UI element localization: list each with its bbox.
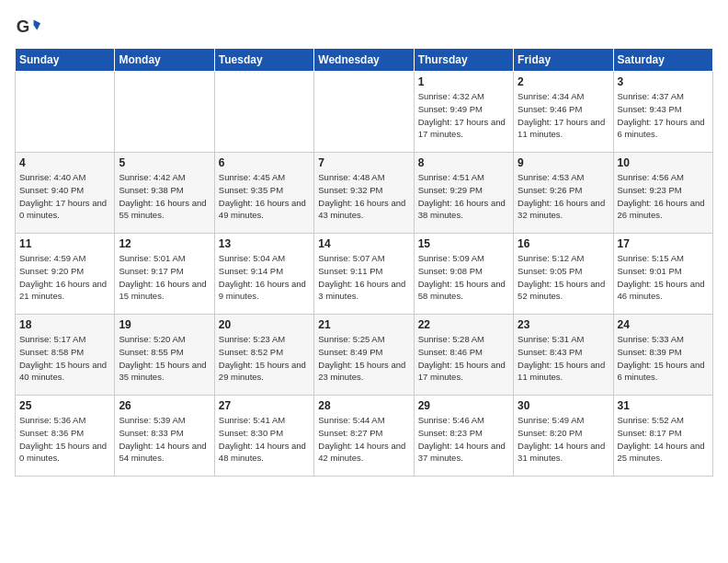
calendar-cell: 15Sunrise: 5:09 AM Sunset: 9:08 PM Dayli…	[414, 234, 513, 315]
day-number: 21	[318, 318, 409, 331]
day-number: 10	[618, 156, 709, 169]
day-number: 16	[518, 237, 609, 250]
day-info: Sunrise: 4:56 AM Sunset: 9:23 PM Dayligh…	[618, 171, 709, 222]
calendar-cell: 18Sunrise: 5:17 AM Sunset: 8:58 PM Dayli…	[16, 315, 115, 396]
calendar-cell: 2Sunrise: 4:34 AM Sunset: 9:46 PM Daylig…	[514, 72, 613, 153]
day-info: Sunrise: 5:28 AM Sunset: 8:46 PM Dayligh…	[418, 333, 509, 384]
day-info: Sunrise: 4:40 AM Sunset: 9:40 PM Dayligh…	[19, 171, 110, 222]
calendar-cell: 3Sunrise: 4:37 AM Sunset: 9:43 PM Daylig…	[613, 72, 712, 153]
day-number: 18	[19, 318, 110, 331]
day-number: 12	[119, 237, 210, 250]
day-header-saturday: Saturday	[613, 49, 712, 72]
day-number: 14	[318, 237, 409, 250]
day-number: 15	[418, 237, 509, 250]
day-number: 22	[418, 318, 509, 331]
logo: G	[15, 15, 44, 40]
day-header-wednesday: Wednesday	[314, 49, 414, 72]
calendar-cell: 9Sunrise: 4:53 AM Sunset: 9:26 PM Daylig…	[514, 153, 613, 234]
day-header-friday: Friday	[514, 49, 613, 72]
svg-marker-1	[34, 20, 40, 30]
calendar-cell: 19Sunrise: 5:20 AM Sunset: 8:55 PM Dayli…	[115, 315, 214, 396]
day-info: Sunrise: 5:49 AM Sunset: 8:20 PM Dayligh…	[518, 414, 609, 465]
svg-text:G: G	[17, 17, 30, 36]
calendar-cell: 21Sunrise: 5:25 AM Sunset: 8:49 PM Dayli…	[314, 315, 414, 396]
calendar-cell: 20Sunrise: 5:23 AM Sunset: 8:52 PM Dayli…	[214, 315, 313, 396]
day-info: Sunrise: 5:41 AM Sunset: 8:30 PM Dayligh…	[219, 414, 310, 465]
calendar-cell: 26Sunrise: 5:39 AM Sunset: 8:33 PM Dayli…	[115, 396, 214, 477]
calendar-cell: 23Sunrise: 5:31 AM Sunset: 8:43 PM Dayli…	[514, 315, 613, 396]
day-info: Sunrise: 5:44 AM Sunset: 8:27 PM Dayligh…	[318, 414, 409, 465]
day-info: Sunrise: 5:23 AM Sunset: 8:52 PM Dayligh…	[219, 333, 310, 384]
page-header: G	[15, 15, 713, 40]
day-info: Sunrise: 5:20 AM Sunset: 8:55 PM Dayligh…	[119, 333, 210, 384]
day-info: Sunrise: 5:09 AM Sunset: 9:08 PM Dayligh…	[418, 252, 509, 303]
day-info: Sunrise: 4:45 AM Sunset: 9:35 PM Dayligh…	[219, 171, 310, 222]
day-number: 30	[518, 399, 609, 412]
day-info: Sunrise: 4:48 AM Sunset: 9:32 PM Dayligh…	[318, 171, 409, 222]
day-header-thursday: Thursday	[414, 49, 513, 72]
calendar-cell: 11Sunrise: 4:59 AM Sunset: 9:20 PM Dayli…	[16, 234, 115, 315]
day-info: Sunrise: 4:42 AM Sunset: 9:38 PM Dayligh…	[119, 171, 210, 222]
day-number: 11	[19, 237, 110, 250]
day-number: 8	[418, 156, 509, 169]
calendar-week-4: 18Sunrise: 5:17 AM Sunset: 8:58 PM Dayli…	[16, 315, 713, 396]
day-info: Sunrise: 5:07 AM Sunset: 9:11 PM Dayligh…	[318, 252, 409, 303]
day-number: 9	[518, 156, 609, 169]
calendar-cell: 25Sunrise: 5:36 AM Sunset: 8:36 PM Dayli…	[16, 396, 115, 477]
calendar-cell: 30Sunrise: 5:49 AM Sunset: 8:20 PM Dayli…	[514, 396, 613, 477]
day-info: Sunrise: 5:17 AM Sunset: 8:58 PM Dayligh…	[19, 333, 110, 384]
day-info: Sunrise: 4:59 AM Sunset: 9:20 PM Dayligh…	[19, 252, 110, 303]
day-info: Sunrise: 4:51 AM Sunset: 9:29 PM Dayligh…	[418, 171, 509, 222]
day-number: 19	[119, 318, 210, 331]
calendar-week-3: 11Sunrise: 4:59 AM Sunset: 9:20 PM Dayli…	[16, 234, 713, 315]
calendar-cell: 7Sunrise: 4:48 AM Sunset: 9:32 PM Daylig…	[314, 153, 414, 234]
day-info: Sunrise: 4:37 AM Sunset: 9:43 PM Dayligh…	[618, 90, 709, 141]
day-info: Sunrise: 5:12 AM Sunset: 9:05 PM Dayligh…	[518, 252, 609, 303]
day-info: Sunrise: 5:39 AM Sunset: 8:33 PM Dayligh…	[119, 414, 210, 465]
day-number: 25	[19, 399, 110, 412]
calendar-week-2: 4Sunrise: 4:40 AM Sunset: 9:40 PM Daylig…	[16, 153, 713, 234]
day-info: Sunrise: 4:32 AM Sunset: 9:49 PM Dayligh…	[418, 90, 509, 141]
calendar-cell: 13Sunrise: 5:04 AM Sunset: 9:14 PM Dayli…	[214, 234, 313, 315]
day-number: 5	[119, 156, 210, 169]
day-number: 23	[518, 318, 609, 331]
calendar-table: SundayMondayTuesdayWednesdayThursdayFrid…	[15, 48, 713, 477]
calendar-header-row: SundayMondayTuesdayWednesdayThursdayFrid…	[16, 49, 713, 72]
day-info: Sunrise: 5:33 AM Sunset: 8:39 PM Dayligh…	[618, 333, 709, 384]
day-info: Sunrise: 5:36 AM Sunset: 8:36 PM Dayligh…	[19, 414, 110, 465]
day-header-tuesday: Tuesday	[214, 49, 313, 72]
day-info: Sunrise: 5:15 AM Sunset: 9:01 PM Dayligh…	[618, 252, 709, 303]
day-number: 13	[219, 237, 310, 250]
day-info: Sunrise: 5:31 AM Sunset: 8:43 PM Dayligh…	[518, 333, 609, 384]
calendar-cell: 1Sunrise: 4:32 AM Sunset: 9:49 PM Daylig…	[414, 72, 513, 153]
day-number: 24	[618, 318, 709, 331]
calendar-cell: 24Sunrise: 5:33 AM Sunset: 8:39 PM Dayli…	[613, 315, 712, 396]
calendar-cell: 17Sunrise: 5:15 AM Sunset: 9:01 PM Dayli…	[613, 234, 712, 315]
calendar-week-5: 25Sunrise: 5:36 AM Sunset: 8:36 PM Dayli…	[16, 396, 713, 477]
day-info: Sunrise: 4:34 AM Sunset: 9:46 PM Dayligh…	[518, 90, 609, 141]
day-number: 17	[618, 237, 709, 250]
calendar-cell: 6Sunrise: 4:45 AM Sunset: 9:35 PM Daylig…	[214, 153, 313, 234]
day-number: 29	[418, 399, 509, 412]
day-number: 27	[219, 399, 310, 412]
calendar-week-1: 1Sunrise: 4:32 AM Sunset: 9:49 PM Daylig…	[16, 72, 713, 153]
calendar-cell: 4Sunrise: 4:40 AM Sunset: 9:40 PM Daylig…	[16, 153, 115, 234]
calendar-cell	[214, 72, 313, 153]
calendar-cell: 8Sunrise: 4:51 AM Sunset: 9:29 PM Daylig…	[414, 153, 513, 234]
calendar-cell: 5Sunrise: 4:42 AM Sunset: 9:38 PM Daylig…	[115, 153, 214, 234]
day-number: 20	[219, 318, 310, 331]
calendar-cell	[115, 72, 214, 153]
day-info: Sunrise: 5:46 AM Sunset: 8:23 PM Dayligh…	[418, 414, 509, 465]
day-number: 31	[618, 399, 709, 412]
day-info: Sunrise: 5:52 AM Sunset: 8:17 PM Dayligh…	[618, 414, 709, 465]
logo-icon: G	[15, 15, 40, 40]
day-number: 6	[219, 156, 310, 169]
day-number: 26	[119, 399, 210, 412]
day-info: Sunrise: 4:53 AM Sunset: 9:26 PM Dayligh…	[518, 171, 609, 222]
calendar-cell: 12Sunrise: 5:01 AM Sunset: 9:17 PM Dayli…	[115, 234, 214, 315]
calendar-cell: 14Sunrise: 5:07 AM Sunset: 9:11 PM Dayli…	[314, 234, 414, 315]
day-info: Sunrise: 5:04 AM Sunset: 9:14 PM Dayligh…	[219, 252, 310, 303]
calendar-cell: 31Sunrise: 5:52 AM Sunset: 8:17 PM Dayli…	[613, 396, 712, 477]
day-number: 7	[318, 156, 409, 169]
calendar-cell	[16, 72, 115, 153]
